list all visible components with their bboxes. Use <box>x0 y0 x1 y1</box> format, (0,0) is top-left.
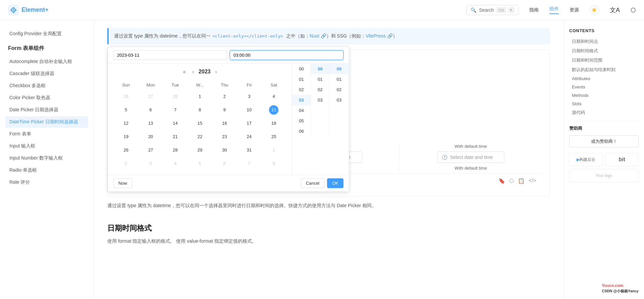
calendar-cell[interactable]: 25 <box>262 130 286 143</box>
calendar-cell[interactable]: 5 <box>188 157 212 170</box>
minute-item[interactable]: 00 <box>311 64 329 74</box>
sidebar-item-form[interactable]: Form 表单 <box>5 128 88 140</box>
nav-components[interactable]: 组件 <box>549 6 559 14</box>
toc-item-4[interactable]: Attributes <box>569 75 639 82</box>
toc-item-6[interactable]: Methods <box>569 92 639 99</box>
toc-item-1[interactable]: 日期时间格式 <box>569 47 639 55</box>
github-toolbar-icon[interactable]: ⬡ <box>509 178 514 184</box>
copy-icon[interactable]: 📋 <box>518 178 525 184</box>
next-month-btn[interactable]: › <box>213 68 219 76</box>
calendar-cell[interactable]: 18 <box>262 117 286 130</box>
calendar-cell[interactable]: 6 <box>139 104 162 116</box>
second-item[interactable]: 02 <box>330 84 348 95</box>
toc-item-0[interactable]: 日期和时间点 <box>569 37 639 46</box>
calendar-cell[interactable]: 30 <box>213 144 236 157</box>
sidebar-item-checkbox[interactable]: Checkbox 多选框 <box>5 80 88 92</box>
second-item[interactable]: 00 <box>330 64 348 74</box>
hour-item[interactable]: 00 <box>292 64 311 74</box>
calendar-cell[interactable]: 16 <box>213 117 236 130</box>
calendar-cell[interactable]: 8 <box>262 157 286 170</box>
hour-item[interactable]: 05 <box>292 116 311 126</box>
nav-guide[interactable]: 指南 <box>529 7 539 13</box>
hour-item[interactable]: 01 <box>292 74 311 84</box>
sidebar-item-config[interactable]: Config Provider 全局配置 <box>5 28 88 40</box>
minute-item[interactable]: 01 <box>311 74 329 84</box>
calendar-cell[interactable]: 3 <box>237 90 261 103</box>
sidebar-item-input[interactable]: Input 输入框 <box>5 140 88 152</box>
calendar-cell[interactable]: 22 <box>188 130 212 143</box>
ok-button[interactable]: OK <box>327 178 343 188</box>
logo[interactable]: Element+ <box>8 5 49 15</box>
calendar-cell[interactable]: 2 <box>114 157 138 170</box>
calendar-cell[interactable]: 17 <box>237 117 261 130</box>
calendar-cell[interactable]: 21 <box>163 130 187 143</box>
now-button[interactable]: Now <box>113 178 132 188</box>
calendar-cell[interactable]: 7 <box>163 104 187 116</box>
toc-item-8[interactable]: 源代码 <box>569 108 639 117</box>
calendar-cell[interactable]: 9 <box>213 104 236 116</box>
lang-icon[interactable]: 文A <box>610 6 620 14</box>
sidebar-item-colorpicker[interactable]: Color Picker 取色器 <box>5 92 88 104</box>
theme-light-btn[interactable]: ☀️ <box>590 6 598 14</box>
search-button[interactable]: 🔍 Search Ctrl K <box>466 5 519 15</box>
hour-item[interactable]: 06 <box>292 126 311 136</box>
theme-toggle[interactable]: ☀️ <box>590 5 599 15</box>
calendar-cell[interactable]: 2 <box>213 90 236 103</box>
picker-time-input[interactable] <box>230 50 343 60</box>
calendar-cell[interactable]: 15 <box>188 117 212 130</box>
sidebar-item-rate[interactable]: Rate 评分 <box>5 177 88 188</box>
calendar-cell[interactable]: 31 <box>237 144 261 157</box>
sidebar-item-inputnumber[interactable]: Input Number 数字输入框 <box>5 153 88 164</box>
hour-item[interactable]: 02 <box>292 84 311 95</box>
nuxt-link[interactable]: Nuxt 🔗 <box>310 33 326 39</box>
picker-date-input[interactable] <box>113 50 227 60</box>
calendar-cell[interactable]: 28 <box>163 144 187 157</box>
calendar-cell[interactable]: 19 <box>114 130 138 143</box>
calendar-cell[interactable]: 28 <box>163 90 187 103</box>
cancel-button[interactable]: Cancel <box>301 178 324 188</box>
sidebar-item-datetimepicker[interactable]: DateTime Picker 日期时间选择器 <box>5 116 88 128</box>
sponsor-logo-3[interactable]: Your logo <box>569 169 639 182</box>
calendar-cell[interactable]: 27 <box>139 90 162 103</box>
toc-item-7[interactable]: Slots <box>569 100 639 108</box>
sidebar-item-radio[interactable]: Radio 单选框 <box>5 165 88 176</box>
prev-prev-month-btn[interactable]: « <box>181 68 188 76</box>
minute-item[interactable]: 03 <box>311 95 329 105</box>
calendar-cell[interactable]: 5 <box>114 104 138 116</box>
code-icon[interactable]: </> <box>529 178 536 184</box>
sidebar-item-cascader[interactable]: Cascader 级联选择器 <box>5 68 88 79</box>
calendar-cell[interactable]: 29 <box>188 144 212 157</box>
github-icon[interactable]: ⬡ <box>631 6 636 14</box>
calendar-cell[interactable]: 4 <box>262 90 286 103</box>
second-item[interactable]: 01 <box>330 74 348 84</box>
calendar-cell[interactable]: 10 <box>237 104 261 116</box>
calendar-cell[interactable]: 12 <box>114 117 138 130</box>
sponsor-logo-2[interactable]: bit <box>605 153 639 166</box>
calendar-cell[interactable]: 27 <box>139 144 162 157</box>
datetime-input-3[interactable]: 🕐 Select date and time <box>437 152 504 163</box>
hour-item[interactable]: 03 <box>292 95 311 105</box>
calendar-cell[interactable]: 26 <box>114 90 138 103</box>
calendar-cell[interactable]: 1 <box>262 144 286 157</box>
nav-resources[interactable]: 资源 <box>570 7 579 13</box>
calendar-cell[interactable]: 7 <box>237 157 261 170</box>
sponsor-button[interactable]: 成为赞助商！ <box>569 135 639 147</box>
calendar-cell[interactable]: 3 <box>139 157 162 170</box>
calendar-cell[interactable]: 1 <box>188 90 212 103</box>
calendar-cell[interactable]: 14 <box>163 117 187 130</box>
hour-item[interactable]: 04 <box>292 105 311 116</box>
calendar-cell[interactable]: 4 <box>163 157 187 170</box>
sidebar-item-datepicker[interactable]: Date Picker 日期选择器 <box>5 104 88 116</box>
sponsor-logo-1[interactable]: ▶ 构建后台 <box>569 153 603 166</box>
calendar-cell[interactable]: 23 <box>213 130 236 143</box>
prev-month-btn[interactable]: ‹ <box>190 68 196 76</box>
calendar-cell[interactable]: 13 <box>139 117 162 130</box>
bookmark-icon[interactable]: 🔖 <box>498 178 505 184</box>
sidebar-item-autocomplete[interactable]: Autocomplete 自动补全输入框 <box>5 56 88 67</box>
minute-item[interactable]: 02 <box>311 84 329 95</box>
second-item[interactable]: 03 <box>330 95 348 105</box>
toc-item-2[interactable]: 日期和时间范围 <box>569 56 639 65</box>
vitepress-link[interactable]: VitePress 🔗 <box>366 33 393 39</box>
calendar-cell[interactable]: 20 <box>139 130 162 143</box>
calendar-cell[interactable]: 26 <box>114 144 138 157</box>
